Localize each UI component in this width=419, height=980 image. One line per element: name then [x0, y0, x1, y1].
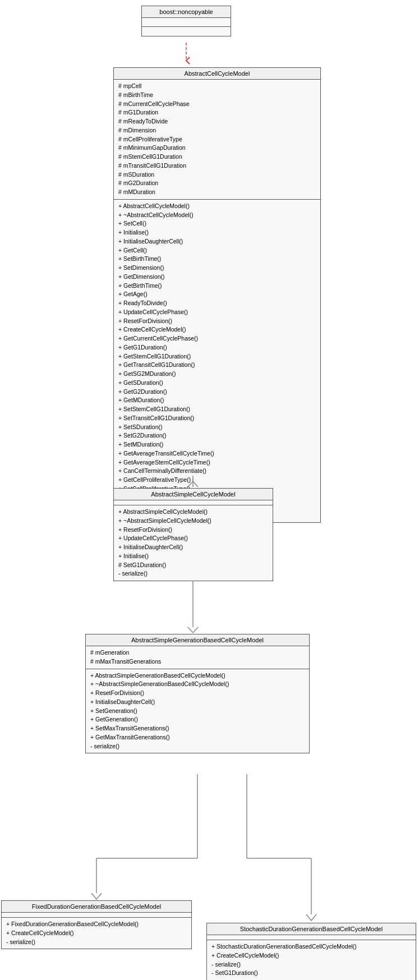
fixed-duration-attrs: [2, 913, 191, 918]
stochastic-duration-box: StochasticDurationGenerationBasedCellCyc…: [206, 923, 416, 980]
abstract-simple-gen-title: AbstractSimpleGenerationBasedCellCycleMo…: [86, 634, 309, 646]
arrow-simple-to-gen-head: [188, 627, 198, 633]
arrow-gen-to-stoch-head: [306, 914, 316, 921]
boost-attrs: [142, 18, 231, 27]
abstract-cell-cycle-attrs: # mpCell # mBirthTime # mCurrentCellCycl…: [114, 80, 320, 200]
stochastic-duration-attrs: [207, 935, 416, 940]
abstract-simple-gen-methods: + AbstractSimpleGenerationBasedCellCycle…: [86, 669, 309, 753]
arrow-gen-to-fixed-head: [91, 893, 102, 899]
fixed-duration-box: FixedDurationGenerationBasedCellCycleMod…: [1, 900, 192, 949]
abstract-simple-box: AbstractSimpleCellCycleModel + AbstractS…: [113, 488, 273, 581]
diagram-container: boost::noncopyable AbstractCellCycleMode…: [0, 0, 419, 980]
abstract-simple-attrs: [114, 500, 273, 505]
stochastic-duration-methods: + StochasticDurationGenerationBasedCellC…: [207, 940, 416, 980]
boost-methods: [142, 27, 231, 36]
abstract-simple-gen-box: AbstractSimpleGenerationBasedCellCycleMo…: [85, 634, 310, 753]
abstract-simple-methods: + AbstractSimpleCellCycleModel() + ~Abst…: [114, 505, 273, 581]
fixed-duration-title: FixedDurationGenerationBasedCellCycleMod…: [2, 901, 191, 913]
abstract-cell-cycle-box: AbstractCellCycleModel # mpCell # mBirth…: [113, 67, 321, 523]
boost-box: boost::noncopyable: [141, 6, 231, 36]
boost-title: boost::noncopyable: [142, 6, 231, 18]
abstract-simple-title: AbstractSimpleCellCycleModel: [114, 489, 273, 500]
abstract-simple-gen-attrs: # mGeneration # mMaxTransitGenerations: [86, 646, 309, 669]
abstract-cell-cycle-title: AbstractCellCycleModel: [114, 68, 320, 80]
fixed-duration-methods: + FixedDurationGenerationBasedCellCycleM…: [2, 918, 191, 949]
abstract-cell-cycle-methods: + AbstractCellCycleModel() + ~AbstractCe…: [114, 200, 320, 522]
stochastic-duration-title: StochasticDurationGenerationBasedCellCyc…: [207, 923, 416, 935]
